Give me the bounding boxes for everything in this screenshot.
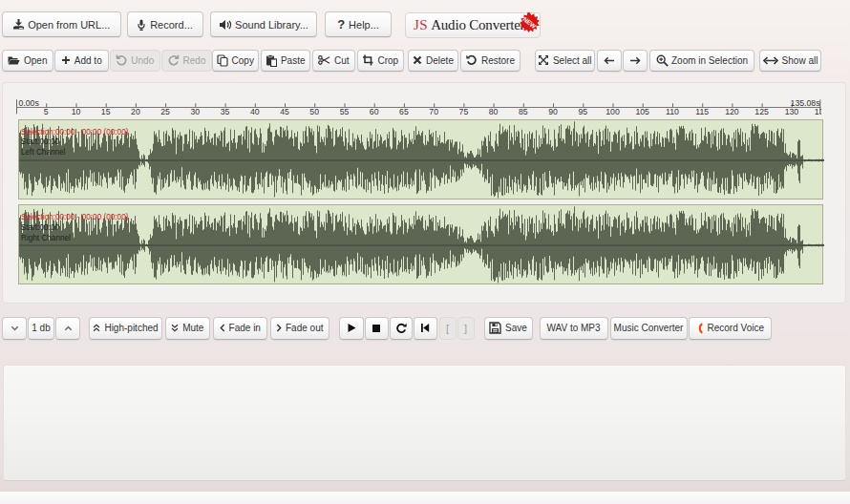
svg-text:5: 5 xyxy=(44,107,49,116)
svg-text:45: 45 xyxy=(280,107,289,116)
svg-text:90: 90 xyxy=(548,107,558,116)
svg-text:70: 70 xyxy=(429,107,438,116)
svg-text:80: 80 xyxy=(489,107,499,116)
svg-text:0.00s: 0.00s xyxy=(19,98,40,108)
svg-text:115: 115 xyxy=(695,107,709,116)
svg-text:20: 20 xyxy=(131,107,140,116)
svg-text:60: 60 xyxy=(370,107,379,116)
svg-text:10: 10 xyxy=(72,107,81,116)
svg-text:135: 135 xyxy=(815,107,821,116)
svg-text:35: 35 xyxy=(221,107,230,116)
svg-text:30: 30 xyxy=(190,107,200,116)
svg-text:40: 40 xyxy=(250,107,260,116)
svg-text:105: 105 xyxy=(635,107,649,116)
svg-text:65: 65 xyxy=(399,107,409,116)
svg-text:25: 25 xyxy=(160,107,170,116)
svg-text:15: 15 xyxy=(101,107,111,116)
svg-text:100: 100 xyxy=(606,107,620,116)
svg-text:85: 85 xyxy=(519,107,528,116)
svg-text:75: 75 xyxy=(459,107,469,116)
svg-text:120: 120 xyxy=(725,107,739,116)
svg-text:130: 130 xyxy=(785,107,799,116)
svg-text:125: 125 xyxy=(754,107,769,116)
svg-text:110: 110 xyxy=(666,107,679,116)
svg-text:50: 50 xyxy=(309,107,319,116)
svg-text:55: 55 xyxy=(340,107,350,116)
svg-text:95: 95 xyxy=(578,107,587,116)
